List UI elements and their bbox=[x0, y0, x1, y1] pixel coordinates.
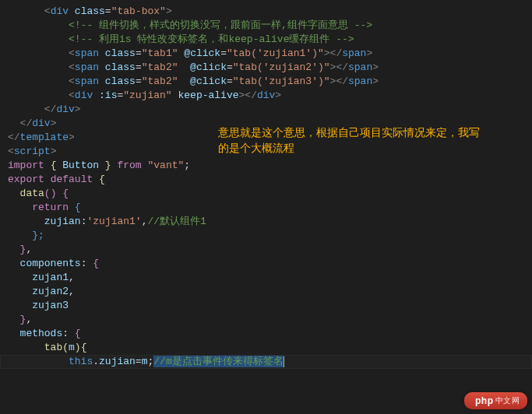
code-line[interactable]: <!-- 利用is 特性改变标签名，和keep-alive缓存组件 --> bbox=[0, 33, 532, 47]
watermark-cn: 中文网 bbox=[495, 394, 520, 408]
code-line[interactable]: </div> bbox=[0, 117, 532, 131]
code-line[interactable]: zujan3 bbox=[0, 299, 532, 313]
code-line[interactable]: components: { bbox=[0, 257, 532, 271]
code-line[interactable]: zujan2, bbox=[0, 285, 532, 299]
code-line[interactable]: }, bbox=[0, 313, 532, 327]
code-line[interactable]: <div class="tab-box"> bbox=[0, 5, 532, 19]
watermark-text: php bbox=[475, 394, 494, 408]
code-line[interactable]: <script> bbox=[0, 145, 532, 159]
code-line[interactable]: <div :is="zujian" keep-alive></div> bbox=[0, 89, 532, 103]
text-cursor bbox=[284, 356, 284, 367]
code-line[interactable]: </template> bbox=[0, 131, 532, 145]
code-line[interactable]: }, bbox=[0, 243, 532, 257]
code-editor[interactable]: 意思就是这个意思，根据自己项目实际情况来定，我写 的是个大概流程 <div cl… bbox=[0, 0, 532, 414]
code-line[interactable]: }; bbox=[0, 229, 532, 243]
code-line[interactable]: zujian:'zujian1',//默认组件1 bbox=[0, 215, 532, 229]
code-line[interactable]: </div> bbox=[0, 103, 532, 117]
code-line[interactable]: <span class="tab1" @click="tab('zujian1'… bbox=[0, 47, 532, 61]
watermark-badge: php中文网 bbox=[464, 392, 527, 409]
code-line[interactable]: <!-- 组件切换，样式的切换没写，跟前面一样,组件字面意思 --> bbox=[0, 19, 532, 33]
code-line[interactable]: methods: { bbox=[0, 327, 532, 341]
code-line[interactable]: <span class="tab2" @click="tab('zujian3'… bbox=[0, 75, 532, 89]
code-line[interactable]: tab(m){ bbox=[0, 341, 532, 355]
code-line[interactable]: data() { bbox=[0, 187, 532, 201]
code-line[interactable]: zujan1, bbox=[0, 271, 532, 285]
code-line[interactable]: export default { bbox=[0, 173, 532, 187]
code-line-active[interactable]: this.zujian=m;//m是点击事件传来得标签名 bbox=[0, 355, 532, 369]
code-line[interactable]: return { bbox=[0, 201, 532, 215]
code-line[interactable]: import { Button } from "vant"; bbox=[0, 159, 532, 173]
code-line[interactable]: <span class="tab2" @click="tab('zujian2'… bbox=[0, 61, 532, 75]
